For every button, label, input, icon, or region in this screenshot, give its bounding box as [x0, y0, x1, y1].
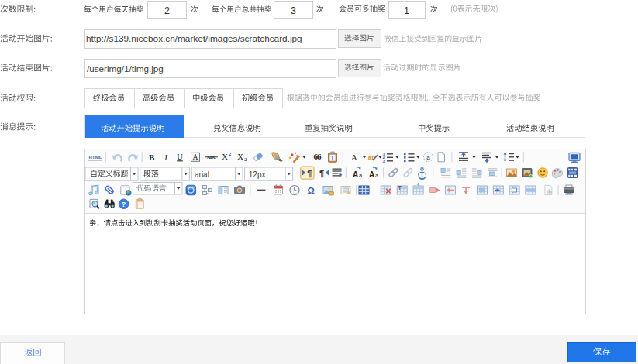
- svg-text:¶: ¶: [307, 169, 312, 178]
- svg-text:2: 2: [244, 156, 247, 162]
- svg-text:B: B: [149, 153, 155, 162]
- svg-text:U: U: [177, 153, 183, 161]
- svg-text:a: a: [375, 172, 379, 179]
- svg-text:A: A: [193, 153, 198, 161]
- svg-text:¶: ¶: [319, 169, 324, 178]
- svg-text:A: A: [351, 153, 357, 162]
- svg-text:I: I: [164, 153, 168, 162]
- svg-text:3: 3: [383, 159, 385, 163]
- svg-text:T: T: [398, 185, 402, 191]
- svg-text:A: A: [369, 170, 374, 179]
- svg-text:?: ?: [122, 201, 126, 208]
- svg-text:X: X: [237, 153, 243, 161]
- svg-text:a: a: [359, 172, 363, 179]
- svg-text:ab: ab: [368, 154, 375, 161]
- svg-text:A: A: [353, 170, 358, 179]
- svg-text:66: 66: [314, 152, 322, 161]
- svg-text:T: T: [330, 154, 335, 162]
- svg-text:Ω: Ω: [307, 186, 314, 195]
- svg-text:HTML: HTML: [88, 154, 102, 160]
- svg-text:a: a: [426, 154, 430, 161]
- svg-text:X: X: [222, 153, 228, 161]
- svg-text:2: 2: [229, 151, 231, 156]
